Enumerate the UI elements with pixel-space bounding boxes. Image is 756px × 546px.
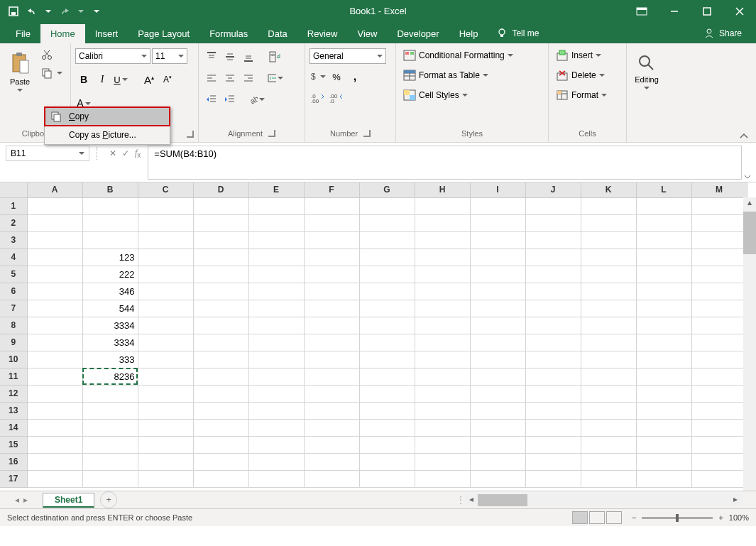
cell[interactable] xyxy=(193,368,248,385)
cell[interactable] xyxy=(415,351,470,368)
cell[interactable] xyxy=(470,436,525,453)
cell[interactable] xyxy=(248,436,304,453)
zoom-out-button[interactable]: − xyxy=(632,513,636,522)
cell[interactable] xyxy=(691,317,747,334)
cell[interactable] xyxy=(691,351,747,368)
font-family-combo[interactable]: Calibri xyxy=(75,48,150,64)
cell[interactable] xyxy=(636,351,691,368)
tell-me[interactable]: Tell me xyxy=(488,23,547,43)
cell[interactable] xyxy=(636,214,691,231)
row-header[interactable]: 7 xyxy=(0,300,27,317)
cell[interactable] xyxy=(581,402,636,419)
cell[interactable] xyxy=(359,231,415,249)
column-header[interactable]: C xyxy=(138,182,193,197)
horizontal-scrollbar[interactable]: ◂ ▸ xyxy=(465,494,742,506)
cell[interactable] xyxy=(359,419,415,436)
sheet-nav-next-icon[interactable]: ▸ xyxy=(23,495,28,505)
column-header[interactable]: L xyxy=(636,182,691,197)
cell[interactable] xyxy=(193,351,248,368)
cell[interactable] xyxy=(138,368,193,385)
underline-button[interactable]: U xyxy=(112,71,129,88)
undo-dropdown-icon[interactable] xyxy=(45,10,51,13)
close-icon[interactable] xyxy=(723,0,756,22)
cell[interactable] xyxy=(359,214,415,231)
cell[interactable] xyxy=(636,385,691,402)
orientation-button[interactable]: ab xyxy=(248,91,265,108)
cell[interactable] xyxy=(636,334,691,351)
cell[interactable] xyxy=(248,334,304,351)
cell[interactable] xyxy=(581,300,636,317)
cell[interactable] xyxy=(193,453,248,470)
dialog-launcher-icon[interactable] xyxy=(187,131,194,138)
cell[interactable] xyxy=(248,317,304,334)
cell[interactable] xyxy=(525,214,581,231)
cell[interactable] xyxy=(138,300,193,317)
cell[interactable] xyxy=(304,385,359,402)
cell[interactable] xyxy=(82,419,138,436)
cell[interactable] xyxy=(470,453,525,470)
editing-button[interactable]: Editing xyxy=(631,46,662,97)
cell[interactable] xyxy=(581,453,636,470)
redo-icon[interactable] xyxy=(58,6,71,16)
cell[interactable] xyxy=(415,368,470,385)
increase-indent-icon[interactable] xyxy=(221,91,239,108)
cell[interactable] xyxy=(470,385,525,402)
scroll-thumb[interactable] xyxy=(478,494,527,506)
cell[interactable] xyxy=(193,436,248,453)
cell[interactable] xyxy=(359,470,415,487)
cell[interactable] xyxy=(138,402,193,419)
cell[interactable] xyxy=(193,419,248,436)
undo-icon[interactable] xyxy=(26,6,38,16)
cell[interactable] xyxy=(415,419,470,436)
cell[interactable] xyxy=(27,283,82,300)
cell[interactable] xyxy=(636,368,691,385)
redo-dropdown-icon[interactable] xyxy=(78,10,84,13)
dialog-launcher-icon[interactable] xyxy=(268,130,275,137)
cell[interactable]: 544 xyxy=(82,300,138,317)
cell[interactable] xyxy=(193,334,248,351)
cell[interactable] xyxy=(636,317,691,334)
cell[interactable] xyxy=(415,470,470,487)
cell[interactable] xyxy=(82,214,138,231)
cancel-formula-icon[interactable]: ✕ xyxy=(109,148,116,158)
cell[interactable] xyxy=(138,453,193,470)
cell[interactable] xyxy=(304,214,359,231)
cell[interactable] xyxy=(304,266,359,283)
cell[interactable] xyxy=(193,214,248,231)
cell[interactable] xyxy=(138,231,193,249)
scroll-thumb[interactable] xyxy=(743,212,756,254)
cell[interactable] xyxy=(248,385,304,402)
column-header[interactable]: F xyxy=(304,182,359,197)
merge-center-button[interactable] xyxy=(267,70,284,87)
cell[interactable] xyxy=(138,351,193,368)
row-header[interactable]: 16 xyxy=(0,453,27,470)
cell[interactable] xyxy=(470,402,525,419)
cell[interactable] xyxy=(415,317,470,334)
cell[interactable] xyxy=(415,402,470,419)
cell[interactable] xyxy=(636,453,691,470)
cell[interactable] xyxy=(304,249,359,266)
row-header[interactable]: 13 xyxy=(0,402,27,419)
row-header[interactable]: 6 xyxy=(0,283,27,300)
cell[interactable] xyxy=(138,385,193,402)
cell[interactable] xyxy=(470,300,525,317)
cell[interactable] xyxy=(138,419,193,436)
tab-developer[interactable]: Developer xyxy=(387,24,449,43)
cell[interactable] xyxy=(248,402,304,419)
cell[interactable] xyxy=(525,249,581,266)
cell[interactable] xyxy=(636,402,691,419)
cell[interactable] xyxy=(691,231,747,249)
cell[interactable] xyxy=(525,231,581,249)
tab-page-layout[interactable]: Page Layout xyxy=(128,24,199,43)
cell[interactable] xyxy=(415,453,470,470)
zoom-level[interactable]: 100% xyxy=(729,513,749,522)
delete-cells-button[interactable]: Delete xyxy=(553,68,608,82)
ribbon-display-icon[interactable] xyxy=(625,0,658,22)
cell[interactable] xyxy=(581,385,636,402)
cell[interactable] xyxy=(470,419,525,436)
paste-button[interactable]: Paste xyxy=(4,46,35,97)
cell[interactable] xyxy=(525,266,581,283)
align-left-icon[interactable] xyxy=(203,70,220,87)
cell[interactable] xyxy=(691,214,747,231)
align-bottom-icon[interactable] xyxy=(240,48,257,65)
